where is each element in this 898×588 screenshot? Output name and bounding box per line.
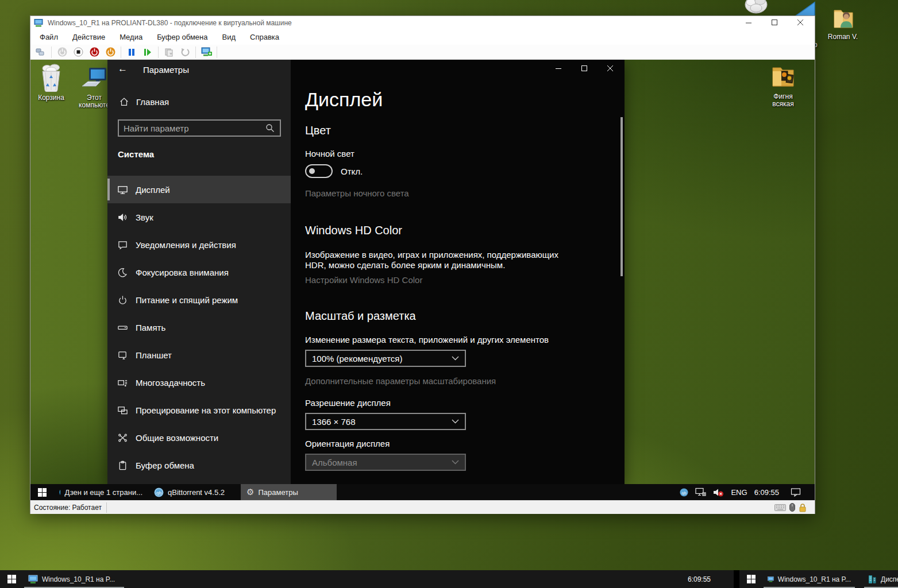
start-vm-icon[interactable] bbox=[56, 47, 68, 58]
vm-system-tray: qb ENG 6:09:55 bbox=[680, 484, 801, 500]
settings-search-box[interactable] bbox=[118, 119, 281, 137]
windows-logo-icon bbox=[38, 488, 47, 497]
menu-clipboard[interactable]: Буфер обмена bbox=[157, 33, 207, 41]
menu-help[interactable]: Справка bbox=[250, 33, 279, 41]
ctrl-alt-del-icon[interactable] bbox=[35, 47, 47, 58]
reset-vm-icon[interactable] bbox=[105, 47, 116, 58]
search-input[interactable] bbox=[119, 123, 265, 133]
desktop-icon-label: Roman V. bbox=[824, 33, 862, 41]
blue-folder-partial-icon[interactable] bbox=[793, 1, 816, 16]
vm-desktop-icon-recycle-bin[interactable]: Корзина bbox=[30, 63, 72, 102]
scale-dropdown[interactable]: 100% (рекомендуется) bbox=[305, 350, 466, 367]
back-button[interactable]: ← bbox=[118, 63, 128, 75]
settings-minimize-button[interactable] bbox=[545, 60, 571, 77]
chevron-down-icon bbox=[452, 419, 459, 424]
sidebar-item-display[interactable]: Дисплей bbox=[107, 176, 291, 203]
paper-ball-icon[interactable] bbox=[743, 0, 769, 16]
revert-icon[interactable] bbox=[179, 47, 191, 58]
menu-media[interactable]: Медиа bbox=[120, 33, 142, 41]
sidebar-item-label: Звук bbox=[136, 212, 153, 222]
monitor-divider bbox=[734, 570, 739, 588]
checkpoint-icon[interactable] bbox=[163, 47, 175, 58]
menu-file[interactable]: Файл bbox=[40, 33, 58, 41]
vmconnect-app-icon bbox=[34, 19, 43, 27]
vm-status-text: Состояние: Работает bbox=[34, 504, 102, 512]
settings-close-button[interactable] bbox=[597, 60, 623, 77]
menu-action[interactable]: Действие bbox=[72, 33, 105, 41]
sidebar-item-home[interactable]: Главная bbox=[107, 92, 291, 111]
sidebar-item-label: Питание и спящий режим bbox=[136, 295, 238, 305]
action-center-icon[interactable] bbox=[791, 488, 801, 497]
pause-vm-icon[interactable] bbox=[126, 47, 137, 58]
host-taskbar-vm-button-monitor2[interactable]: Windows_10_R1 на P... bbox=[762, 570, 856, 588]
menu-view[interactable]: Вид bbox=[222, 33, 236, 41]
sidebar-item-label: Дисплей bbox=[136, 185, 170, 195]
shared-experiences-icon bbox=[117, 432, 128, 443]
search-icon[interactable] bbox=[265, 123, 275, 133]
settings-scrollbar[interactable] bbox=[620, 117, 623, 276]
night-light-toggle[interactable] bbox=[305, 164, 333, 178]
vm-taskbar-qbittorrent-button[interactable]: qb qBittorrent v4.5.2 bbox=[148, 484, 237, 500]
vm-start-button[interactable] bbox=[30, 484, 53, 500]
sidebar-item-sound[interactable]: Звук bbox=[107, 203, 291, 231]
sidebar-item-projecting[interactable]: Проецирование на этот компьютер bbox=[107, 396, 291, 424]
scale-label: Изменение размера текста, приложений и д… bbox=[305, 335, 549, 345]
vm-taskbar-settings-button[interactable]: ⚙ Параметры bbox=[241, 484, 337, 500]
host-taskbar-taskmgr-button[interactable]: Диспетчер bbox=[863, 570, 898, 588]
page-title: Дисплей bbox=[305, 88, 383, 111]
settings-maximize-button[interactable] bbox=[571, 60, 597, 77]
sidebar-item-power-sleep[interactable]: Питание и спящий режим bbox=[107, 286, 291, 314]
tray-qbittorrent-icon[interactable]: qb bbox=[680, 488, 688, 497]
maximize-button[interactable] bbox=[762, 16, 788, 29]
desktop-icon-roman[interactable]: Roman V. bbox=[824, 5, 862, 41]
night-light-state: Откл. bbox=[341, 167, 363, 176]
turn-off-vm-icon[interactable] bbox=[72, 47, 84, 58]
scale-section-heading: Масштаб и разметка bbox=[305, 310, 416, 323]
host-start-button-monitor2[interactable] bbox=[739, 570, 762, 588]
vm-clock[interactable]: 6:09:55 bbox=[754, 488, 779, 497]
resolution-dropdown[interactable]: 1366 × 768 bbox=[305, 413, 466, 430]
recycle-bin-icon bbox=[38, 63, 64, 92]
settings-window-controls bbox=[545, 60, 623, 77]
hdr-settings-link[interactable]: Настройки Windows HD Color bbox=[305, 275, 422, 285]
sidebar-item-clipboard[interactable]: Буфер обмена bbox=[107, 451, 291, 479]
windows-logo-icon bbox=[747, 575, 756, 583]
minimize-button[interactable] bbox=[736, 16, 762, 29]
hdr-description-line2: HDR, можно сделать более ярким и динамич… bbox=[305, 260, 505, 270]
vmconnect-app-icon bbox=[28, 575, 38, 584]
vm-taskbar-edge-button[interactable]: Дзен и еще 1 страни... bbox=[53, 484, 148, 500]
vm-taskbar-button-label: Дзен и еще 1 страни... bbox=[64, 488, 142, 497]
vm-desktop-icon-stuff-folder[interactable]: Фигня всякая bbox=[762, 63, 804, 108]
vm-desktop-icon-label: Корзина bbox=[30, 94, 72, 102]
network-icon[interactable] bbox=[695, 488, 706, 497]
enhanced-session-icon[interactable] bbox=[201, 47, 212, 58]
sidebar-item-tablet[interactable]: Планшет bbox=[107, 341, 291, 369]
this-pc-icon bbox=[81, 67, 107, 92]
orientation-dropdown-value: Альбомная bbox=[312, 458, 357, 467]
night-light-settings-link[interactable]: Параметры ночного света bbox=[305, 188, 409, 198]
sidebar-item-storage[interactable]: Память bbox=[107, 314, 291, 341]
sidebar-item-shared-experiences[interactable]: Общие возможности bbox=[107, 424, 291, 451]
qbittorrent-icon: qb bbox=[154, 488, 164, 497]
orientation-dropdown[interactable]: Альбомная bbox=[305, 454, 466, 471]
toolbar-separator bbox=[51, 47, 52, 58]
host-taskbar-vm-button[interactable]: Windows_10_R1 на P... bbox=[23, 570, 125, 588]
sidebar-item-focus-assist[interactable]: Фокусировка внимания bbox=[107, 258, 291, 286]
sidebar-item-multitasking[interactable]: Многозадачность bbox=[107, 369, 291, 396]
vmconnect-titlebar[interactable]: Windows_10_R1 на PROLIANT-DL380 - подклю… bbox=[30, 16, 815, 29]
sidebar-item-notifications[interactable]: Уведомления и действия bbox=[107, 231, 291, 258]
vm-language-indicator[interactable]: ENG bbox=[731, 488, 747, 497]
advanced-scaling-link[interactable]: Дополнительные параметры масштабирования bbox=[305, 376, 496, 386]
close-button[interactable] bbox=[788, 16, 814, 29]
sidebar-item-label: Фокусировка внимания bbox=[136, 268, 229, 277]
sidebar-section-header: Система bbox=[118, 149, 154, 159]
host-taskbar-button-label: Windows_10_R1 на P... bbox=[42, 575, 115, 583]
resume-vm-icon[interactable] bbox=[142, 47, 153, 58]
sidebar-item-label: Память bbox=[136, 323, 165, 332]
host-start-button[interactable] bbox=[0, 570, 23, 588]
home-icon bbox=[119, 96, 129, 107]
host-clock[interactable]: 6:09:55 bbox=[688, 570, 711, 588]
shut-down-vm-icon[interactable] bbox=[88, 47, 100, 58]
volume-muted-icon[interactable] bbox=[713, 488, 724, 497]
orientation-label: Ориентация дисплея bbox=[305, 439, 390, 448]
